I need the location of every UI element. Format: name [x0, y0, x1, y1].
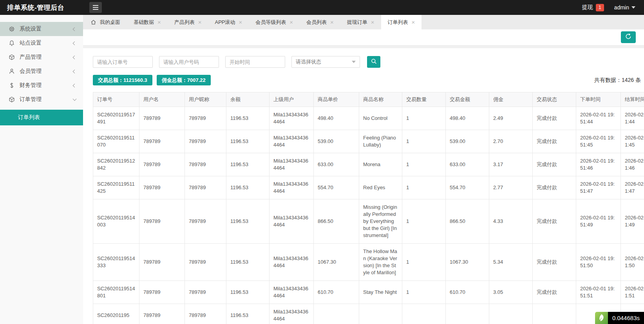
- table-cell: 539.00: [446, 130, 489, 153]
- tab[interactable]: APP滚动×: [208, 15, 249, 29]
- gear-icon: [9, 26, 20, 32]
- withdraw-label: 提现: [582, 4, 593, 11]
- table-cell: [533, 304, 576, 324]
- table-cell: Morena: [359, 153, 402, 176]
- table-cell: [314, 304, 359, 324]
- tab[interactable]: 我的桌面: [84, 15, 127, 29]
- table-cell: 4.33: [489, 199, 533, 244]
- tab[interactable]: 会员等级列表×: [249, 15, 300, 29]
- table-cell: SC26020119511070: [93, 130, 139, 153]
- dollar-icon: [9, 82, 20, 89]
- close-icon[interactable]: ×: [371, 19, 374, 25]
- tab[interactable]: 产品列表×: [168, 15, 208, 29]
- table-cell: 1: [402, 130, 446, 153]
- table-cell: 789789: [139, 176, 185, 199]
- table-header-row: 订单号用户名用户昵称余额上级用户商品单价商品名称交易数量交易金额佣金交易状态下单…: [93, 92, 644, 107]
- table-cell: 789789: [185, 281, 226, 304]
- table-cell: SC26020119511425: [93, 176, 139, 199]
- sidebar-item-order-list[interactable]: 订单列表: [0, 110, 83, 125]
- sidebar-item[interactable]: 会员管理: [0, 64, 83, 78]
- tab[interactable]: 提现订单×: [340, 15, 381, 29]
- close-icon[interactable]: ×: [330, 19, 334, 25]
- table-cell: 完成付款: [533, 244, 576, 281]
- table-row: SC260201195140037897897897891196.53Mila1…: [93, 199, 644, 244]
- table-cell: 554.70: [314, 176, 359, 199]
- table-cell: 1196.53: [226, 199, 270, 244]
- hamburger-menu-icon[interactable]: [89, 2, 102, 13]
- user-icon: [9, 68, 20, 74]
- table-cell: 2026-02-01 19:51:47: [576, 176, 621, 199]
- table-cell: 2026-02-01 19:51:47: [621, 176, 644, 199]
- column-header: 商品单价: [314, 92, 359, 107]
- sidebar-item-label: 系统设置: [20, 25, 73, 33]
- table-cell: Mila1343434364464: [270, 304, 314, 324]
- status-select[interactable]: 请选择状态: [291, 56, 360, 68]
- table-cell: 5.34: [489, 244, 533, 281]
- table-cell: 866.50: [446, 199, 489, 244]
- bell-icon: [9, 40, 20, 46]
- app-window: 排单系统-管理后台 提现 1 admin 系统设置站点设置产品管理会员管理财务管…: [0, 0, 644, 324]
- table-cell: Mila1343434364464: [270, 199, 314, 244]
- user-no-input[interactable]: [159, 56, 219, 68]
- search-button[interactable]: [367, 56, 380, 68]
- table-cell: Mila1343434364464: [270, 107, 314, 130]
- tab[interactable]: 会员列表×: [300, 15, 340, 29]
- home-icon: [90, 19, 96, 25]
- column-header: 结算时间: [621, 92, 644, 107]
- table-cell: 789789: [139, 281, 185, 304]
- refresh-button[interactable]: [621, 31, 636, 43]
- table-cell: 1: [402, 107, 446, 130]
- table-cell: 498.40: [446, 107, 489, 130]
- table-cell: 2026-02-01 19:51:44: [621, 107, 644, 130]
- trade-total-value: 1121560.3: [123, 77, 147, 83]
- sidebar-item[interactable]: 财务管理: [0, 78, 83, 92]
- table-cell: SC26020119514333: [93, 244, 139, 281]
- table-cell: 2026-02-01 19:51:44: [576, 107, 621, 130]
- table-cell: 610.70: [314, 281, 359, 304]
- table-cell: Mila1343434364464: [270, 130, 314, 153]
- sidebar-item[interactable]: 产品管理: [0, 50, 83, 64]
- table-cell: 2026-02-01 19:51:46: [576, 153, 621, 176]
- table-row: SC260201195174917897897897891196.53Mila1…: [93, 107, 644, 130]
- table-cell: 1196.53: [226, 107, 270, 130]
- close-icon[interactable]: ×: [239, 19, 242, 25]
- close-icon[interactable]: ×: [289, 19, 293, 25]
- table-cell: 2.49: [489, 107, 533, 130]
- sidebar-item[interactable]: 系统设置: [0, 22, 83, 36]
- sidebar-item-label: 订单管理: [20, 96, 73, 103]
- chevron-down-icon: [631, 6, 635, 11]
- table-cell: Missing (Originally Performed by Everyth…: [359, 199, 402, 244]
- table-cell: 完成付款: [533, 130, 576, 153]
- sidebar-item-label: 产品管理: [20, 54, 73, 61]
- table-cell: [402, 304, 446, 324]
- close-icon[interactable]: ×: [412, 19, 415, 25]
- tab[interactable]: 基础数据×: [127, 15, 168, 29]
- refresh-icon: [625, 33, 631, 41]
- app-title: 排单系统-管理后台: [0, 3, 83, 12]
- column-header: 用户名: [139, 92, 185, 107]
- tab[interactable]: 订单列表×: [381, 15, 422, 29]
- table-cell: 1196.53: [226, 153, 270, 176]
- debug-badge[interactable]: 0.044683s: [595, 312, 644, 324]
- table-cell: 完成付款: [533, 176, 576, 199]
- order-no-input[interactable]: [93, 56, 153, 68]
- table-cell: 789789: [185, 176, 226, 199]
- close-icon[interactable]: ×: [157, 19, 161, 25]
- table-row: SC260201195110707897897897891196.53Mila1…: [93, 130, 644, 153]
- table-cell: 789789: [185, 107, 226, 130]
- filter-bar: 请选择状态: [93, 56, 644, 68]
- table-cell: 1196.53: [226, 281, 270, 304]
- start-time-input[interactable]: [225, 56, 285, 68]
- header-right: 提现 1 admin: [582, 4, 644, 11]
- chevron-left-icon: [73, 27, 77, 31]
- username: admin: [614, 4, 629, 11]
- table-cell: 3.17: [489, 153, 533, 176]
- table-cell: 2026-02-01 19:51:51: [621, 281, 644, 304]
- commission-total-label: 佣金总额：: [162, 77, 187, 84]
- user-menu[interactable]: admin: [614, 4, 635, 11]
- sidebar-item[interactable]: 站点设置: [0, 36, 83, 50]
- withdraw-link[interactable]: 提现 1: [582, 4, 604, 11]
- search-icon: [371, 58, 377, 66]
- close-icon[interactable]: ×: [198, 19, 202, 25]
- sidebar-item[interactable]: 订单管理: [0, 92, 83, 107]
